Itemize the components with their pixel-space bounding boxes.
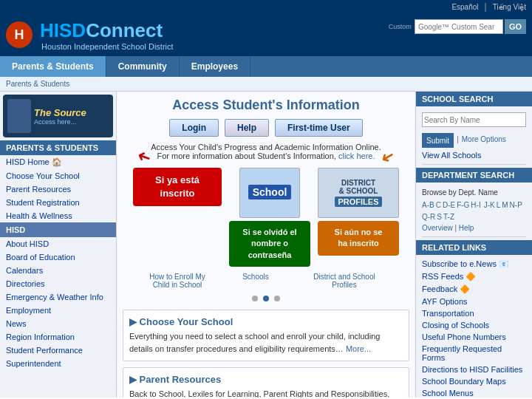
dot-2[interactable] <box>263 296 269 301</box>
search-input[interactable] <box>415 19 503 34</box>
dept-jk[interactable]: J-K <box>484 201 495 211</box>
related-closing[interactable]: Closing of Schools <box>416 319 532 331</box>
sidebar-directories[interactable]: Directories <box>0 277 116 290</box>
callout-no-inscrito: Si aún no se ha inscrito <box>318 221 399 256</box>
logo-subtitle: Houston Independent School District <box>41 42 174 51</box>
related-phone[interactable]: Useful Phone Numbers <box>416 331 532 343</box>
dept-hi[interactable]: H-I <box>471 201 480 211</box>
choose-school-more-link[interactable]: More... <box>346 344 371 353</box>
center-content: Access Student's Information Login Help … <box>117 92 415 398</box>
help-button[interactable]: Help <box>225 119 269 137</box>
dept-qr[interactable]: Q-R <box>422 213 435 221</box>
sidebar-parents-header: PARENTS & STUDENTS <box>0 140 116 155</box>
school-search-submit[interactable]: Submit <box>422 133 454 148</box>
access-text: Access Your Child's Progress and Academi… <box>123 143 409 160</box>
related-transportation[interactable]: Transportation <box>416 307 532 319</box>
login-button[interactable]: Login <box>169 119 219 137</box>
nav-employees[interactable]: Employees <box>180 56 250 77</box>
sidebar-board-education[interactable]: Board of Education <box>0 250 116 264</box>
header-search: Custom GO <box>389 19 526 34</box>
sidebar-student-registration[interactable]: Student Registration <box>0 196 116 209</box>
related-enews[interactable]: Subscribe to e.News 📧 <box>416 258 532 270</box>
access-buttons-row: Login Help First-time User <box>123 119 409 137</box>
sidebar-parent-resources[interactable]: Parent Resources <box>0 183 116 196</box>
access-line1: Access Your Child's Progress and Academi… <box>151 143 381 151</box>
search-separator: | <box>457 132 459 148</box>
sidebar-superintendent[interactable]: Superintendent <box>0 357 116 370</box>
sidebar-about-hisd[interactable]: About HISD <box>0 237 116 250</box>
dept-s[interactable]: S <box>437 213 442 221</box>
click-here-link[interactable]: click here. <box>338 151 375 160</box>
lang-tieng-viet[interactable]: Tiếng Việt <box>493 3 526 11</box>
related-feedback[interactable]: Feedback 🔶 <box>416 283 532 296</box>
sidebar-emergency[interactable]: Emergency & Weather Info <box>0 290 116 304</box>
dot-1[interactable] <box>252 296 258 301</box>
dot-3[interactable] <box>274 296 280 301</box>
search-button[interactable]: GO <box>505 19 526 34</box>
sidebar-employment[interactable]: Employment <box>0 304 116 317</box>
sidebar-health-wellness[interactable]: Health & Wellness <box>0 209 116 222</box>
dept-alpha-links: A-B C D-E F-G H-I J-K L M N-P Q-R S T-Z <box>416 200 532 222</box>
related-directions[interactable]: Directions to HISD Facilities <box>416 364 532 375</box>
sidebar-hisd-home[interactable]: HISD Home 🏠 <box>0 155 116 169</box>
related-rss[interactable]: RSS Feeds 🔶 <box>416 270 532 283</box>
parent-resources-body: Back to School, Lexiles for Learning, Pa… <box>129 388 403 398</box>
sidebar-choose-school[interactable]: Choose Your School <box>0 169 116 183</box>
view-all-schools-link[interactable]: View All Schools <box>416 149 532 161</box>
access-line2: For more information about Student's Inf… <box>157 151 336 160</box>
dept-tz[interactable]: T-Z <box>443 213 454 221</box>
enroll-label: How to Enroll My Child in School <box>147 273 208 289</box>
school-search-box <box>416 109 532 130</box>
school-enroll-image: School <box>239 168 300 218</box>
dept-browse-label: Browse by Dept. Name <box>416 185 532 200</box>
related-forms[interactable]: Frequently Requested Forms <box>416 343 532 364</box>
divider-2 <box>422 236 526 237</box>
schools-label: Schools <box>215 273 296 289</box>
related-boundary-maps[interactable]: School Boundary Maps <box>416 375 532 387</box>
dept-fg[interactable]: F-G <box>457 201 469 211</box>
sidebar-calendars[interactable]: Calendars <box>0 264 116 277</box>
source-person-img <box>7 99 31 133</box>
related-school-menus[interactable]: School Menus <box>416 387 532 398</box>
nav-community[interactable]: Community <box>106 56 180 77</box>
dept-m[interactable]: M <box>502 201 508 211</box>
sidebar-news[interactable]: News <box>0 317 116 330</box>
lang-espanol[interactable]: Español <box>451 3 478 11</box>
left-sidebar: The Source Access here... PARENTS & STUD… <box>0 92 117 398</box>
source-access-link[interactable]: Access here... <box>34 118 86 126</box>
breadcrumb: Parents & Students <box>0 77 532 92</box>
dept-ab[interactable]: A-B <box>422 201 434 211</box>
logo-text: HISDConnect <box>40 19 174 42</box>
profiles-label: District and School Profiles <box>304 273 385 289</box>
school-search-actions: Submit | More Options <box>416 130 532 149</box>
callout-inscrito: Si ya está inscrito <box>133 168 222 206</box>
callout-forgot: Si se olvidó el nombre o contraseña <box>229 221 310 267</box>
hisd-logo-icon: H <box>6 21 33 48</box>
school-search-input[interactable] <box>422 112 526 127</box>
sidebar-student-performance[interactable]: Student Performance <box>0 344 116 357</box>
overview-link[interactable]: Overview <box>422 224 453 232</box>
carousel-dots <box>123 293 409 304</box>
dept-l[interactable]: L <box>497 201 501 211</box>
nav-parents-students[interactable]: Parents & Students <box>0 56 106 77</box>
first-time-user-button[interactable]: First-time User <box>275 119 363 137</box>
page-title: Access Student's Information <box>123 98 409 113</box>
source-box: The Source Access here... <box>3 95 113 137</box>
related-links-header: RELATED LINKS <box>416 240 532 255</box>
more-options-link[interactable]: More Options <box>462 132 506 148</box>
parent-resources-title: ▶ Parent Resources <box>129 374 403 385</box>
choose-school-section: ▶ Choose Your School Everything you need… <box>123 310 409 361</box>
sidebar-region[interactable]: Region Information <box>0 330 116 344</box>
dept-de[interactable]: D-E <box>443 201 455 211</box>
district-school-image: DISTRICT& SCHOOL PROFILES <box>318 168 399 218</box>
top-bar: Español | Tiếng Việt <box>0 0 532 13</box>
parent-resources-section: ▶ Parent Resources Back to School, Lexil… <box>123 367 409 398</box>
dept-search-header: DEPARTMENT SEARCH <box>416 168 532 183</box>
source-title: The Source <box>34 107 86 118</box>
related-ayf[interactable]: AYF Options <box>416 296 532 307</box>
logo-connect: Connect <box>86 19 163 41</box>
school-search-header: SCHOOL SEARCH <box>416 92 532 106</box>
dept-extra-links: Overview | Help <box>416 222 532 233</box>
help-link[interactable]: Help <box>459 224 474 232</box>
dept-np[interactable]: N-P <box>510 201 522 211</box>
